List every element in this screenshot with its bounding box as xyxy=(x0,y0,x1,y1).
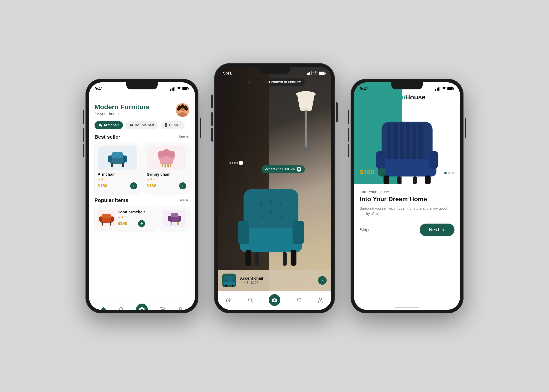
wifi-icon-2 xyxy=(313,71,318,75)
svg-rect-17 xyxy=(99,126,99,127)
cart-icon-2 xyxy=(296,297,301,303)
svg-rect-109 xyxy=(388,124,391,163)
svg-point-85 xyxy=(260,215,263,218)
svg-point-13 xyxy=(177,107,180,111)
hero-add-btn[interactable]: + xyxy=(378,168,386,176)
pill-doublebed[interactable]: Double bed xyxy=(126,121,158,129)
svg-rect-47 xyxy=(110,222,111,225)
popular-card-scott[interactable]: Scott armchair ★ 4.9 $190 + xyxy=(95,206,157,231)
scott-image xyxy=(98,210,115,227)
product-card-grinny[interactable]: Grinny chair ★ 4.5 $168 + xyxy=(144,143,189,193)
nav-home[interactable] xyxy=(100,306,107,310)
cupboard-icon xyxy=(165,123,167,127)
brand-part1: Furni xyxy=(389,93,405,101)
scott-svg xyxy=(99,211,114,226)
armchair-icon xyxy=(98,124,102,127)
armchair-add-btn[interactable]: + xyxy=(130,182,137,189)
svg-rect-39 xyxy=(170,163,171,167)
svg-rect-50 xyxy=(168,216,171,221)
battery-icon-3 xyxy=(447,87,454,91)
best-seller-see-all[interactable]: See all xyxy=(179,135,189,139)
svg-rect-106 xyxy=(448,88,452,90)
wifi-icon-3 xyxy=(442,87,446,91)
svg-rect-116 xyxy=(376,151,385,169)
svg-line-95 xyxy=(251,301,253,302)
pill-armchair[interactable]: Armchair xyxy=(95,121,123,129)
svg-point-84 xyxy=(279,203,282,206)
scott-info: Scott armchair ★ 4.9 $190 + xyxy=(118,210,145,227)
nav-home-2[interactable] xyxy=(225,296,232,304)
svg-rect-20 xyxy=(130,124,131,125)
scott-stars: ★ 4.9 xyxy=(118,215,145,219)
p3-main-title: Into Your Dream Home xyxy=(360,196,454,203)
detection-close[interactable]: ✕ xyxy=(297,167,301,172)
scott-card-inner: Scott armchair ★ 4.9 $190 + xyxy=(98,210,153,227)
nav-profile[interactable] xyxy=(177,306,184,310)
dot-1[interactable] xyxy=(444,172,447,174)
svg-point-97 xyxy=(273,300,276,301)
dot-3[interactable] xyxy=(452,172,454,174)
nav-search[interactable] xyxy=(118,306,125,310)
product-name-armchair: Armchair xyxy=(98,172,137,177)
pill-cupboard[interactable]: Cupb... xyxy=(160,121,185,129)
bottom-nav-2 xyxy=(218,291,331,310)
time-3: 9:41 xyxy=(360,86,368,91)
nav-search-2[interactable] xyxy=(247,296,254,304)
detection-text: Accent chair: 80.5% xyxy=(265,167,295,171)
profile-icon-2 xyxy=(318,297,323,303)
svg-rect-32 xyxy=(122,163,124,167)
hero-price: $168 xyxy=(360,168,375,176)
signal-icon-3 xyxy=(435,87,441,91)
nav-cart[interactable] xyxy=(159,306,166,310)
popup-rating: 4.8 xyxy=(244,281,249,285)
scott-add-btn[interactable]: + xyxy=(138,220,145,227)
wifi-icon xyxy=(177,87,181,91)
svg-rect-41 xyxy=(167,163,169,168)
popup-info: Accent chair ★ 4.8 $190 xyxy=(240,276,314,285)
armchair-stars: ★ 4.7 xyxy=(98,177,137,181)
battery-icon-2 xyxy=(319,71,326,75)
svg-rect-92 xyxy=(225,285,227,287)
nav-profile-2[interactable] xyxy=(317,296,324,304)
svg-rect-107 xyxy=(453,88,454,89)
signal-icon-2 xyxy=(307,71,312,75)
svg-rect-118 xyxy=(383,175,389,184)
svg-rect-104 xyxy=(439,87,440,91)
search-icon xyxy=(119,307,124,310)
grinny-add-btn[interactable]: + xyxy=(179,182,186,189)
svg-rect-40 xyxy=(165,163,166,168)
scott-name: Scott armchair xyxy=(118,210,145,214)
next-button[interactable]: Next xyxy=(420,224,454,236)
svg-rect-2 xyxy=(173,87,174,91)
svg-rect-3 xyxy=(174,87,175,91)
scan-dot-2 xyxy=(232,162,233,164)
skip-button[interactable]: Skip xyxy=(360,227,369,233)
product-popup[interactable]: Accent chair ★ 4.8 $190 › xyxy=(218,270,331,291)
nav-camera-2[interactable] xyxy=(269,294,280,306)
camera-icon-active xyxy=(139,307,145,310)
avatar[interactable] xyxy=(176,103,189,117)
dot-2[interactable] xyxy=(448,172,451,174)
nav-cart-2[interactable] xyxy=(295,296,302,304)
scan-dot-3 xyxy=(234,162,236,164)
svg-rect-79 xyxy=(291,250,296,266)
popup-arrow-btn[interactable]: › xyxy=(318,276,327,285)
signal-icon xyxy=(170,87,176,91)
camera-view: 9:41 xyxy=(218,67,331,291)
svg-rect-64 xyxy=(311,71,312,75)
notch-1 xyxy=(126,82,158,89)
svg-rect-18 xyxy=(101,126,102,127)
p1-title-block: Modern Furniture for your home xyxy=(95,103,150,116)
next-arrow-icon xyxy=(441,228,445,232)
armchair-price: $150 xyxy=(98,183,107,189)
product-card-armchair[interactable]: Armchair ★ 4.7 $150 + xyxy=(95,143,140,193)
p3-actions: Skip Next xyxy=(360,224,454,236)
nav-camera[interactable] xyxy=(136,304,148,310)
svg-rect-91 xyxy=(223,282,235,285)
profile-icon xyxy=(178,307,183,310)
svg-rect-78 xyxy=(245,250,251,266)
svg-rect-45 xyxy=(111,217,114,222)
popular-see-all[interactable]: See all xyxy=(179,198,189,202)
popular-card-2[interactable] xyxy=(160,206,189,231)
svg-rect-37 xyxy=(160,159,173,164)
